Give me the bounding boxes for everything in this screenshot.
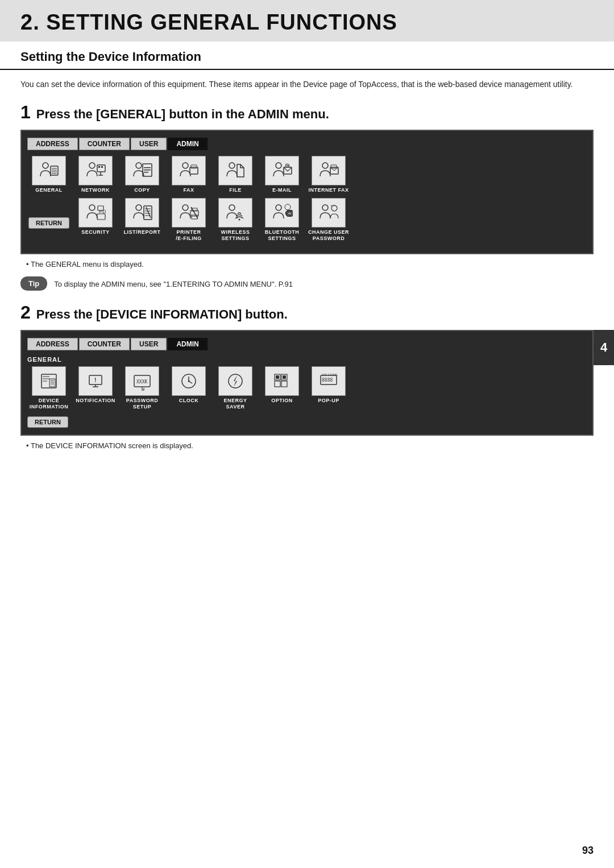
tab-admin-1[interactable]: ADMIN [168, 138, 207, 150]
password-setup-label: PASSWORD SETUP [121, 398, 164, 410]
svg-rect-7 [97, 165, 105, 172]
svg-point-46 [276, 205, 281, 210]
clock-icon-box [172, 366, 206, 396]
svg-point-0 [43, 163, 48, 168]
svg-rect-56 [49, 379, 55, 387]
option-label: OPTION [271, 398, 293, 404]
device-info-icon-box [32, 366, 66, 396]
general-icon-box [32, 156, 66, 185]
popup-icon-item[interactable]: 8888 OR CODE POP-UP [307, 366, 350, 410]
security-label: SECURITY [81, 229, 110, 235]
copy-icon-item[interactable]: COPY [121, 156, 164, 193]
tip-text: To display the ADMIN menu, see "1.ENTERI… [54, 276, 293, 290]
notification-label: NOTIFICATION [76, 398, 115, 404]
fax-label: FAX [183, 187, 194, 193]
general-menu-panel: ADDRESS COUNTER USER ADMIN GENERAL [20, 330, 594, 436]
notification-icon-item[interactable]: ! NOTIFICATION [74, 366, 117, 410]
wireless-label: WIRELESS SETTINGS [221, 229, 250, 242]
email-icon-item[interactable]: E-MAIL [260, 156, 304, 193]
svg-text:!: ! [94, 377, 96, 383]
password-setup-icon-item[interactable]: XXXK PASSWORD SETUP [121, 366, 164, 410]
tab-admin-2[interactable]: ADMIN [168, 338, 207, 350]
step1-heading: 1 Press the [GENERAL] button in the ADMI… [20, 102, 594, 123]
icon-grid-row2: RETURN PDF SECURITY [27, 198, 587, 242]
printer-icon-item[interactable]: PRINTER /E-FILING [167, 198, 210, 242]
email-label: E-MAIL [272, 187, 292, 193]
copy-label: COPY [134, 187, 150, 193]
tab-bar-2: ADDRESS COUNTER USER ADMIN [27, 338, 587, 350]
tip-box: Tip To display the ADMIN menu, see "1.EN… [20, 276, 594, 291]
step2-label: Press the [DEVICE INFORMATION] button. [36, 307, 288, 322]
wireless-icon-box [218, 198, 252, 228]
general-label: GENERAL [35, 187, 63, 193]
tab-address-2[interactable]: ADDRESS [27, 338, 78, 350]
energy-saver-icon-item[interactable]: ENERGY SAVER [214, 366, 257, 410]
network-icon-box [78, 156, 113, 185]
svg-text:OR CODE: OR CODE [322, 373, 338, 377]
icon-grid-row1: GENERAL NETWORK [27, 156, 587, 193]
device-info-icon-item[interactable]: DEVICE INFORMATION [27, 366, 70, 410]
step2-container: 2 Press the [DEVICE INFORMATION] button.… [0, 302, 614, 436]
return-btn-1[interactable]: RETURN [27, 198, 70, 242]
page-number: 93 [582, 845, 594, 857]
general-panel-label: GENERAL [27, 356, 587, 363]
tab-user-2[interactable]: USER [131, 338, 167, 350]
network-icon-item[interactable]: NETWORK [74, 156, 117, 193]
svg-point-32 [136, 205, 142, 210]
svg-rect-1 [51, 166, 58, 175]
return-label-1[interactable]: RETURN [28, 217, 69, 229]
return-area-2: RETURN [27, 414, 587, 428]
clock-icon-item[interactable]: CLOCK [167, 366, 210, 410]
file-icon-box [218, 156, 252, 185]
step1-container: 1 Press the [GENERAL] button in the ADMI… [0, 102, 614, 254]
svg-point-21 [276, 163, 281, 168]
bluetooth-icon-item[interactable]: ⭖ Bluetooth SETTINGS [260, 198, 304, 242]
icon-grid-general: DEVICE INFORMATION ! NOTIFICATION [27, 366, 587, 410]
tab-counter-1[interactable]: COUNTER [79, 138, 130, 150]
tab-address-1[interactable]: ADDRESS [27, 138, 78, 150]
svg-rect-75 [276, 375, 279, 379]
svg-rect-76 [283, 375, 286, 379]
fax-icon-item[interactable]: FAX [167, 156, 210, 193]
svg-rect-8 [98, 166, 100, 168]
step2-heading: 2 Press the [DEVICE INFORMATION] button. [20, 302, 594, 323]
svg-point-28 [89, 205, 95, 210]
svg-point-12 [136, 163, 142, 168]
svg-point-25 [322, 163, 328, 168]
email-icon-box [265, 156, 299, 185]
section-heading: Setting the Device Information [0, 44, 614, 70]
popup-label: POP-UP [318, 398, 339, 404]
svg-text:XXXK: XXXK [136, 379, 147, 385]
svg-point-39 [182, 205, 188, 210]
tip-badge: Tip [20, 276, 47, 291]
svg-point-69 [188, 380, 190, 382]
svg-rect-31 [97, 214, 105, 220]
return-btn-2[interactable]: RETURN [27, 416, 68, 428]
tab-counter-2[interactable]: COUNTER [79, 338, 130, 350]
internet-fax-icon-item[interactable]: INTERNET FAX [307, 156, 350, 193]
device-info-label: DEVICE INFORMATION [30, 398, 68, 410]
tab-bar-1: ADDRESS COUNTER USER ADMIN [27, 138, 587, 150]
svg-point-17 [182, 163, 188, 168]
svg-rect-15 [144, 170, 151, 171]
change-user-icon-item[interactable]: *** CHANGE USER PASSWORD [307, 198, 350, 242]
bluetooth-icon-box: ⭖ [265, 198, 299, 228]
security-icon-item[interactable]: PDF SECURITY [74, 198, 117, 242]
file-label: FILE [229, 187, 242, 193]
fax-icon-box [172, 156, 206, 185]
general-icon-item[interactable]: GENERAL [27, 156, 70, 193]
step2-note: The DEVICE INFORMATION screen is display… [20, 441, 594, 450]
admin-menu-panel: ADDRESS COUNTER USER ADMIN [20, 130, 594, 254]
option-icon-box [265, 366, 299, 396]
clock-label: CLOCK [179, 398, 199, 404]
list-report-icon-item[interactable]: LIST/REPORT [121, 198, 164, 242]
svg-rect-14 [144, 167, 151, 168]
list-report-icon-box [125, 198, 159, 228]
svg-rect-9 [101, 166, 103, 168]
printer-icon-box [172, 198, 206, 228]
step1-note: The GENERAL menu is displayed. [20, 260, 594, 268]
option-icon-item[interactable]: OPTION [260, 366, 304, 410]
wireless-icon-item[interactable]: WIRELESS SETTINGS [214, 198, 257, 242]
file-icon-item[interactable]: FILE [214, 156, 257, 193]
tab-user-1[interactable]: USER [131, 138, 167, 150]
